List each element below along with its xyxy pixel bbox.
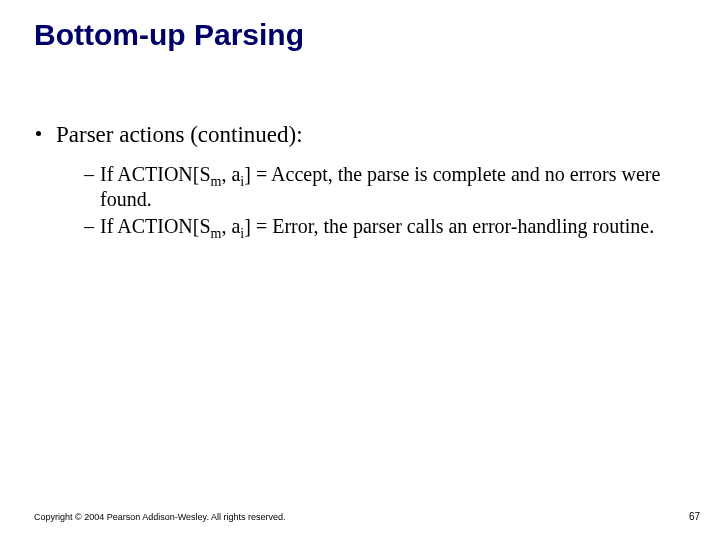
sub2-pre: If ACTION[S <box>100 215 211 237</box>
sub2-subscript-m: m <box>211 226 222 241</box>
sub-bullet-1: – If ACTION[Sm, ai] = Accept, the parse … <box>84 162 686 212</box>
bullet-level1: Parser actions (continued): <box>34 122 686 148</box>
dash-icon: – <box>84 162 94 187</box>
page-number: 67 <box>689 511 700 522</box>
sub1-mid: , a <box>221 163 240 185</box>
sub-bullet-list: – If ACTION[Sm, ai] = Accept, the parse … <box>34 162 686 239</box>
sub2-mid: , a <box>221 215 240 237</box>
dash-icon: – <box>84 214 94 239</box>
sub1-pre: If ACTION[S <box>100 163 211 185</box>
slide-title: Bottom-up Parsing <box>34 18 686 52</box>
slide: Bottom-up Parsing Parser actions (contin… <box>0 0 720 540</box>
bullet-dot-icon <box>36 131 41 136</box>
sub-bullet-2: – If ACTION[Sm, ai] = Error, the parser … <box>84 214 686 239</box>
copyright-text: Copyright © 2004 Pearson Addison-Wesley.… <box>34 512 285 522</box>
sub2-post: ] = Error, the parser calls an error-han… <box>244 215 654 237</box>
bullet-level1-text: Parser actions (continued): <box>56 122 303 147</box>
sub1-subscript-m: m <box>211 174 222 189</box>
